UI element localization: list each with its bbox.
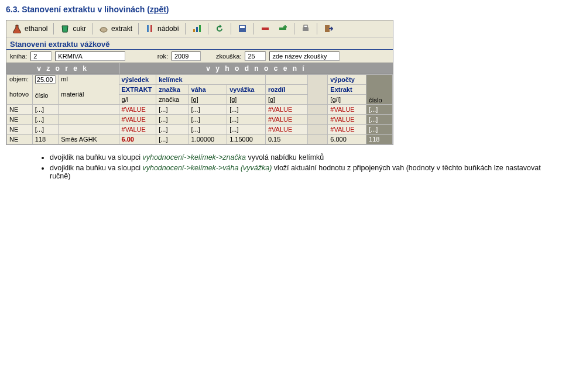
head-cislo: číslo	[35, 92, 56, 99]
title-suffix: )	[166, 5, 169, 14]
u-g3: [g]	[265, 95, 307, 105]
u-g2: [g]	[227, 95, 266, 105]
cell-extrakt-calc: #VALUE	[328, 125, 366, 135]
cell-znacka[interactable]: [...]	[156, 105, 189, 115]
group-vyhodnoceni: v y h o d n o c e n í	[119, 63, 393, 74]
objem-unit: ml	[61, 75, 116, 82]
svg-rect-13	[304, 25, 307, 27]
kniha-name[interactable]: KRMIVA	[55, 51, 125, 61]
group-vzorek: v z o r e k	[6, 63, 119, 74]
cukr-button[interactable]: cukr	[57, 22, 89, 36]
u-gpl: [g/l]	[328, 95, 366, 105]
svg-rect-8	[262, 27, 269, 30]
tool-add-row-button[interactable]	[275, 22, 291, 36]
cell-vaha[interactable]: [...]	[189, 105, 227, 115]
cell-znacka[interactable]: [...]	[156, 135, 189, 145]
cell-cislo[interactable]: 118	[32, 135, 58, 145]
cell-cislo[interactable]: [...]	[32, 115, 58, 125]
cell-hotovo[interactable]: NE	[7, 125, 33, 135]
tool-delete-row-button[interactable]	[257, 22, 273, 36]
section-title: Stanoveni extraktu vážkově	[6, 37, 393, 50]
zkouska-name[interactable]: zde název zkoušky	[269, 51, 340, 61]
h-vysledek: výsledek	[119, 75, 156, 85]
extrakt-button[interactable]: extrakt	[95, 22, 135, 36]
cell-cislo[interactable]: [...]	[32, 125, 58, 135]
separator	[253, 23, 254, 35]
svg-rect-11	[283, 26, 287, 27]
note-1: dvojklik na buňku va sloupci vyhodnocení…	[50, 153, 562, 161]
tool-exit-button[interactable]	[320, 22, 337, 36]
h-vaha: váha	[189, 85, 227, 95]
u-gl: g/l	[119, 95, 156, 105]
separator	[231, 23, 231, 35]
zkouska-label: zkouška:	[216, 53, 241, 60]
cell-znacka[interactable]: [...]	[156, 115, 189, 125]
nadobi-button[interactable]: nádobí	[142, 22, 182, 36]
separator	[138, 23, 139, 35]
separator	[294, 23, 294, 35]
cell-cislo[interactable]: [...]	[32, 105, 58, 115]
head-hotovo: hotovo	[9, 91, 30, 98]
tool-chart-button[interactable]	[189, 22, 205, 36]
u-g1: [g]	[189, 95, 227, 105]
cell-extrakt-calc: 6.000	[328, 135, 366, 145]
head-material: materiál	[61, 91, 116, 98]
print-icon	[300, 23, 311, 34]
cell-hotovo[interactable]: NE	[7, 135, 33, 145]
info-row: kniha: 2 KRMIVA rok: 2009 zkouška: 25 zd…	[6, 50, 393, 63]
cell-hotovo[interactable]: NE	[7, 105, 33, 115]
h-vyvazka: vyvážka	[227, 85, 266, 95]
cell-extrakt: 6.00	[119, 135, 156, 145]
ethanol-button[interactable]: ethanol	[9, 22, 50, 36]
tool-print-button[interactable]	[297, 22, 314, 36]
rok-value[interactable]: 2009	[172, 51, 201, 61]
cell-extrakt-calc: #VALUE	[328, 105, 366, 115]
group-header: v z o r e k v y h o d n o c e n í	[6, 63, 393, 74]
cell-vaha[interactable]: [...]	[189, 115, 227, 125]
zkouska-num[interactable]: 25	[245, 51, 266, 61]
tool-save-button[interactable]	[234, 22, 251, 36]
objem-value[interactable]: 25.00	[35, 75, 56, 84]
rok-label: rok:	[157, 53, 168, 60]
cell-gap	[307, 135, 327, 145]
tool-refresh-button[interactable]	[211, 22, 228, 36]
cell-hotovo[interactable]: NE	[7, 115, 33, 125]
cell-znacka[interactable]: [...]	[156, 125, 189, 135]
kniha-num[interactable]: 2	[30, 51, 52, 61]
cell-vyvazka[interactable]: [...]	[227, 125, 266, 135]
svg-rect-2	[150, 25, 152, 32]
title-prefix: 6.3. Stanovení extraktu v lihovinách (	[6, 5, 150, 14]
svg-point-0	[100, 27, 107, 32]
cell-cislo2: 118	[366, 135, 393, 145]
cell-vaha[interactable]: 1.00000	[189, 135, 227, 145]
cell-vaha[interactable]: [...]	[189, 125, 227, 135]
cell-vyvazka[interactable]: [...]	[227, 115, 266, 125]
h-vypocty: výpočty	[328, 75, 366, 85]
cell-material[interactable]	[59, 125, 119, 135]
separator	[53, 23, 54, 35]
svg-rect-5	[199, 25, 201, 32]
beaker-icon	[60, 23, 70, 34]
svg-rect-4	[196, 27, 198, 32]
h-znacka: značka	[156, 85, 189, 95]
cell-material[interactable]	[59, 115, 119, 125]
svg-rect-7	[240, 26, 245, 28]
flask-icon	[12, 23, 22, 34]
delete-row-icon	[260, 23, 270, 34]
h-extrakt: EXTRAKT	[119, 85, 156, 95]
svg-rect-12	[303, 27, 309, 31]
cell-material[interactable]: Směs AGHK	[59, 135, 119, 145]
cell-material[interactable]	[59, 105, 119, 115]
notes: dvojklik na buňku va sloupci vyhodnocení…	[26, 153, 562, 180]
cell-extrakt: #VALUE	[119, 125, 156, 135]
cell-rozdil: 0.15	[265, 135, 307, 145]
cell-vyvazka[interactable]: [...]	[227, 105, 266, 115]
cell-cislo2: [...]	[366, 125, 393, 135]
separator	[208, 23, 208, 35]
cell-rozdil: #VALUE	[265, 105, 307, 115]
nadobi-label: nádobí	[157, 25, 179, 33]
add-row-icon	[277, 23, 288, 34]
u-znacka: značka	[156, 95, 189, 105]
back-link[interactable]: zpět	[150, 5, 166, 14]
cell-vyvazka[interactable]: 1.15000	[227, 135, 266, 145]
